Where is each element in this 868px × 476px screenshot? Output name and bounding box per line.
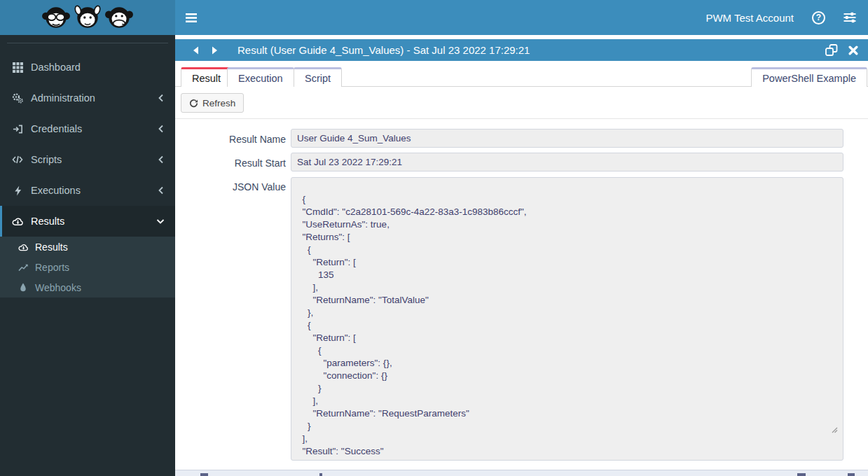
account-menu[interactable]: PWM Test Account bbox=[705, 12, 794, 24]
json-value-content: { "CmdId": "c2a28101-569c-4a22-83a3-1c98… bbox=[297, 194, 527, 461]
sign-in-icon bbox=[11, 124, 25, 134]
submenu-item-webhooks[interactable]: Webhooks bbox=[0, 277, 175, 298]
droplet-icon bbox=[17, 283, 29, 292]
sidebar-item-label: Executions bbox=[31, 185, 158, 196]
results-submenu: Results Reports Webhooks bbox=[0, 237, 175, 298]
hamburger-menu-icon[interactable] bbox=[186, 13, 197, 22]
hear-no-evil-monkey-icon bbox=[73, 3, 102, 32]
chevron-left-icon bbox=[158, 186, 165, 195]
submenu-item-reports[interactable]: Reports bbox=[0, 257, 175, 277]
sliders-icon[interactable] bbox=[843, 12, 856, 23]
tab-script[interactable]: Script bbox=[294, 67, 342, 87]
forward-arrow-icon[interactable] bbox=[212, 46, 218, 55]
result-start-field[interactable]: Sat Jul 23 2022 17:29:21 bbox=[291, 153, 843, 172]
refresh-button[interactable]: Refresh bbox=[181, 93, 244, 113]
submenu-item-label: Results bbox=[35, 241, 68, 253]
sidebar-item-label: Administration bbox=[31, 92, 158, 104]
sidebar-item-scripts[interactable]: Scripts bbox=[0, 144, 175, 175]
close-icon[interactable] bbox=[848, 46, 858, 55]
sidebar-item-label: Credentials bbox=[31, 123, 158, 134]
speak-no-evil-monkey-icon bbox=[104, 3, 134, 32]
gears-icon bbox=[11, 92, 25, 104]
tabs-bar: Result Execution Script PowerShell Examp… bbox=[175, 67, 868, 87]
sidebar-item-executions[interactable]: Executions bbox=[0, 175, 175, 206]
resize-grip-icon[interactable] bbox=[831, 401, 841, 458]
cutoff-next-row bbox=[175, 470, 868, 476]
sidebar-item-label: Scripts bbox=[31, 154, 158, 165]
sidebar-item-label: Dashboard bbox=[31, 62, 165, 73]
bolt-icon bbox=[11, 186, 25, 196]
tab-result[interactable]: Result bbox=[181, 67, 232, 87]
submenu-item-label: Webhooks bbox=[35, 282, 81, 293]
code-icon bbox=[11, 155, 25, 164]
chevron-left-icon bbox=[158, 125, 165, 133]
grid-icon bbox=[11, 62, 25, 73]
tab-powershell-example[interactable]: PowerShell Example bbox=[751, 67, 867, 87]
sidebar-menu: Dashboard Administration bbox=[0, 52, 175, 298]
json-value-label: JSON Value bbox=[175, 181, 286, 192]
refresh-icon bbox=[189, 99, 198, 108]
chevron-left-icon bbox=[158, 155, 165, 164]
navbar-right: PWM Test Account ? bbox=[705, 11, 868, 24]
sidebar-item-dashboard[interactable]: Dashboard bbox=[0, 52, 175, 83]
help-icon[interactable]: ? bbox=[812, 11, 825, 24]
sidebar-item-results[interactable]: Results bbox=[0, 206, 175, 237]
refresh-button-label: Refresh bbox=[202, 98, 235, 108]
tab-label: Script bbox=[305, 73, 331, 84]
result-name-label: Result Name bbox=[175, 134, 286, 145]
submenu-item-label: Reports bbox=[35, 262, 69, 273]
restore-window-icon[interactable] bbox=[825, 44, 838, 56]
sidebar-divider bbox=[7, 43, 168, 43]
tab-execution[interactable]: Execution bbox=[227, 67, 294, 87]
chevron-left-icon bbox=[158, 94, 165, 102]
sidebar-item-credentials[interactable]: Credentials bbox=[0, 113, 175, 144]
see-no-evil-monkey-icon bbox=[41, 3, 71, 32]
tab-label: Result bbox=[192, 73, 221, 84]
section-divider bbox=[175, 118, 868, 119]
tab-label: PowerShell Example bbox=[762, 73, 856, 84]
json-value-textarea[interactable]: { "CmdId": "c2a28101-569c-4a22-83a3-1c98… bbox=[291, 177, 843, 461]
window-title: Result (User Guide 4_Sum_Values) - Sat J… bbox=[237, 44, 530, 56]
cloud-download-icon bbox=[17, 243, 29, 251]
chart-line-icon bbox=[17, 262, 29, 272]
sidebar: Dashboard Administration bbox=[0, 0, 175, 476]
window-controls bbox=[825, 44, 868, 56]
window-titlebar: Result (User Guide 4_Sum_Values) - Sat J… bbox=[175, 39, 868, 61]
result-start-label: Result Start bbox=[175, 158, 286, 169]
cloud-download-icon bbox=[11, 216, 25, 226]
chevron-down-icon bbox=[156, 218, 165, 225]
submenu-item-results[interactable]: Results bbox=[0, 237, 175, 257]
back-arrow-icon[interactable] bbox=[193, 46, 199, 55]
result-name-field[interactable]: User Guide 4_Sum_Values bbox=[291, 129, 843, 148]
sidebar-item-administration[interactable]: Administration bbox=[0, 83, 175, 113]
app-logo[interactable] bbox=[0, 0, 175, 35]
top-navbar: PWM Test Account ? bbox=[175, 0, 868, 35]
sidebar-item-label: Results bbox=[31, 216, 156, 227]
tab-label: Execution bbox=[238, 73, 283, 84]
help-glyph: ? bbox=[816, 13, 821, 22]
